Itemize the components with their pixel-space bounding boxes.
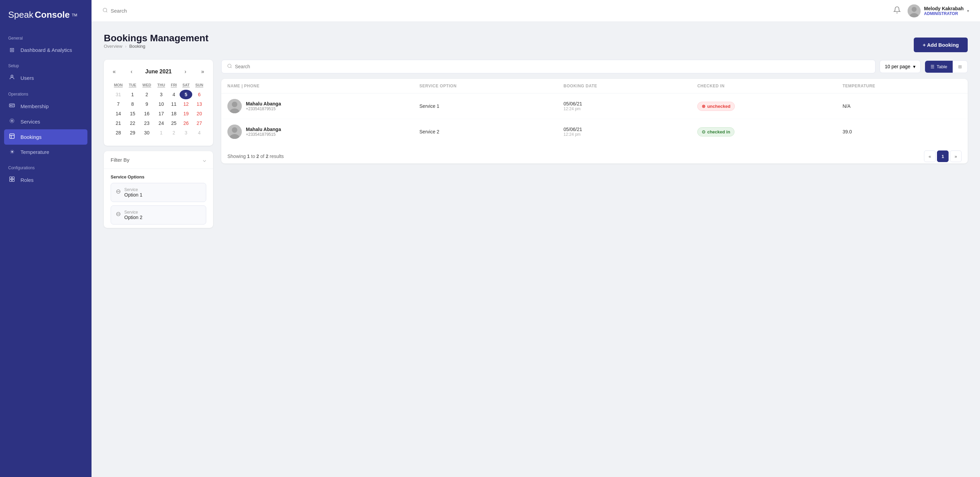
calendar-day[interactable]: 29 [126,128,139,138]
calendar-day[interactable]: 11 [168,99,180,109]
pagination-last-button[interactable]: » [950,151,962,162]
sidebar-item-label-users: Users [21,75,34,81]
calendar-day[interactable]: 28 [111,128,126,138]
user-menu-chevron-icon: ▾ [967,8,969,13]
calendar-day[interactable]: 12 [180,99,192,109]
table-search-icon [227,63,232,70]
pagination-first-button[interactable]: « [924,151,935,162]
filter-card: Filter By ⌵ Service Options ⊖ Service Op… [104,151,213,228]
sidebar-item-roles[interactable]: Roles [0,172,92,188]
sidebar-item-dashboard[interactable]: ⊞ Dashboard & Analytics [0,43,92,57]
calendar-prev-year-button[interactable]: « [111,68,118,75]
svg-line-20 [231,67,232,68]
svg-point-19 [228,64,231,68]
filter-body: Service Options ⊖ Service Option 1 ⊖ Ser [104,169,213,225]
view-toggle: ☰ Table ⊞ [925,60,968,73]
calendar-day[interactable]: 31 [111,90,126,99]
filter-value-1: Option 1 [124,192,142,198]
calendar-day[interactable]: 1 [154,128,168,138]
status-icon-1: ⊙ [702,129,705,135]
calendar-day[interactable]: 23 [139,119,154,128]
calendar-day[interactable]: 16 [139,109,154,119]
sidebar-item-services[interactable]: Services [0,114,92,129]
name-info-1: Mahalu Abanga +233541879515 [246,127,281,137]
logo-tm: TM [72,13,77,17]
filter-option-text-1: Service Option 1 [124,187,142,198]
results-label: results [270,154,284,159]
filter-remove-icon-1: ⊖ [116,188,121,195]
breadcrumb-overview[interactable]: Overview [104,44,122,49]
calendar-day[interactable]: 3 [180,128,192,138]
notifications-bell-icon[interactable] [893,6,901,15]
sidebar-item-users[interactable]: Users [0,70,92,86]
view-table-button[interactable]: ☰ Table [925,61,953,73]
calendar-day[interactable]: 26 [180,119,192,128]
calendar-day[interactable]: 14 [111,109,126,119]
calendar-day[interactable]: 13 [192,99,206,109]
data-table-container: NAME | PHONE SERVICE OPTION BOOKING DATE… [221,79,968,163]
avatar [908,5,921,17]
calendar-day[interactable]: 30 [139,128,154,138]
calendar-day[interactable]: 21 [111,119,126,128]
col-checked-in: CHECKED IN [691,79,836,93]
topbar-search-input[interactable] [111,8,307,14]
calendar-day[interactable]: 10 [154,99,168,109]
calendar-day[interactable]: 8 [126,99,139,109]
pagination-page-1-button[interactable]: 1 [937,151,948,162]
status-badge-0: ⊗ unchecked [697,102,735,111]
calendar-next-month-button[interactable]: › [182,68,188,75]
roles-icon [8,176,16,184]
calendar-prev-month-button[interactable]: ‹ [128,68,134,75]
add-booking-button[interactable]: + Add Booking [914,38,968,52]
sidebar-item-temperature[interactable]: ☀ Temperature [0,145,92,159]
app-logo: SpeakConsoleTM [0,0,92,30]
calendar-day[interactable]: 1 [126,90,139,99]
user-menu[interactable]: Melody Kakrabah ADMINISTRATOR ▾ [908,5,969,17]
cal-day-thu: THU [154,82,168,90]
svg-line-15 [106,11,107,12]
calendar-day[interactable]: 22 [126,119,139,128]
per-page-dropdown[interactable]: 10 per page ▾ [880,60,921,73]
svg-rect-10 [10,177,12,179]
topbar-right: Melody Kakrabah ADMINISTRATOR ▾ [893,5,969,17]
calendar-day[interactable]: 17 [154,109,168,119]
sidebar-item-label-membership: Membership [21,103,49,109]
calendar-day[interactable]: 19 [180,109,192,119]
filter-title: Filter By [111,157,129,163]
filter-option-1[interactable]: ⊖ Service Option 1 [111,183,206,202]
sidebar-item-bookings[interactable]: Bookings [4,129,88,145]
calendar-day[interactable]: 24 [154,119,168,128]
data-table: NAME | PHONE SERVICE OPTION BOOKING DATE… [221,79,968,144]
table-search-input[interactable] [235,64,870,69]
view-grid-button[interactable]: ⊞ [953,61,967,73]
calendar-day[interactable]: 4 [168,90,180,99]
calendar-day[interactable]: 20 [192,109,206,119]
col-name-phone: NAME | PHONE [221,79,413,93]
main: Melody Kakrabah ADMINISTRATOR ▾ Bookings… [92,0,980,477]
calendar-day[interactable]: 15 [126,109,139,119]
dashboard-icon: ⊞ [8,46,16,54]
cell-service: Service 2 [413,119,557,145]
sidebar-item-membership[interactable]: Membership [0,98,92,114]
sidebar-item-label-temperature: Temperature [21,149,49,155]
calendar-day[interactable]: 3 [154,90,168,99]
calendar-day[interactable]: 2 [139,90,154,99]
calendar-day[interactable]: 9 [139,99,154,109]
user-info: Melody Kakrabah ADMINISTRATOR [924,6,964,16]
filter-option-2[interactable]: ⊖ Service Option 2 [111,205,206,225]
calendar-day[interactable]: 27 [192,119,206,128]
page-title: Bookings Management [104,33,208,44]
filter-header[interactable]: Filter By ⌵ [104,151,213,169]
booking-date-0: 05/06/21 [563,101,685,106]
calendar-day[interactable]: 6 [192,90,206,99]
calendar-day[interactable]: 4 [192,128,206,138]
calendar-day[interactable]: 5 [180,90,192,99]
calendar-day[interactable]: 2 [168,128,180,138]
section-label-general: General [0,30,92,43]
calendar-day[interactable]: 25 [168,119,180,128]
calendar-day[interactable]: 7 [111,99,126,109]
calendar-next-year-button[interactable]: » [199,68,206,75]
svg-rect-12 [10,179,12,182]
svg-rect-11 [12,177,14,179]
calendar-day[interactable]: 18 [168,109,180,119]
